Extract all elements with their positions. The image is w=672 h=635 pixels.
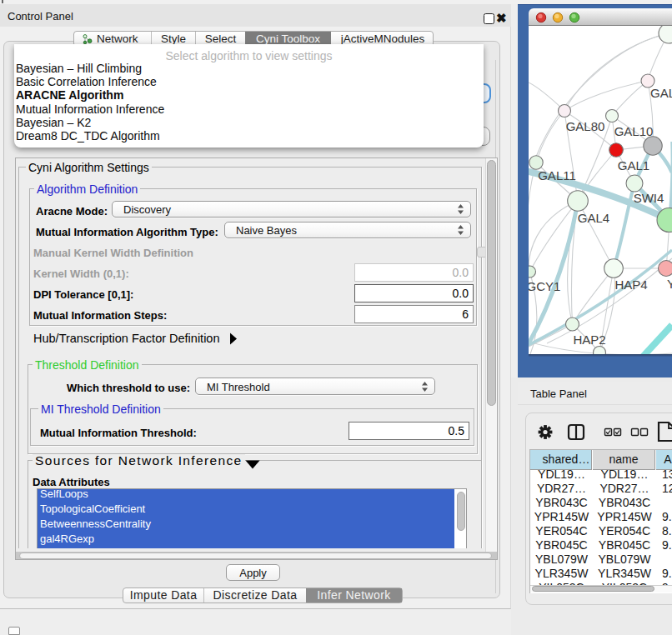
svg-text:GAL80: GAL80 <box>566 119 605 133</box>
svg-text:GAL4: GAL4 <box>578 211 609 225</box>
svg-text:GCY1: GCY1 <box>529 279 560 293</box>
svg-text:GAL7: GAL7 <box>650 86 672 100</box>
svg-text:GAL10: GAL10 <box>614 124 654 138</box>
svg-text:HAP4: HAP4 <box>614 278 647 292</box>
svg-text:SWI4: SWI4 <box>634 191 664 205</box>
svg-text:YMR: YMR <box>667 277 672 291</box>
svg-text:GAL1: GAL1 <box>618 158 649 172</box>
svg-text:GAL11: GAL11 <box>538 168 576 182</box>
svg-text:HAP2: HAP2 <box>573 332 605 347</box>
